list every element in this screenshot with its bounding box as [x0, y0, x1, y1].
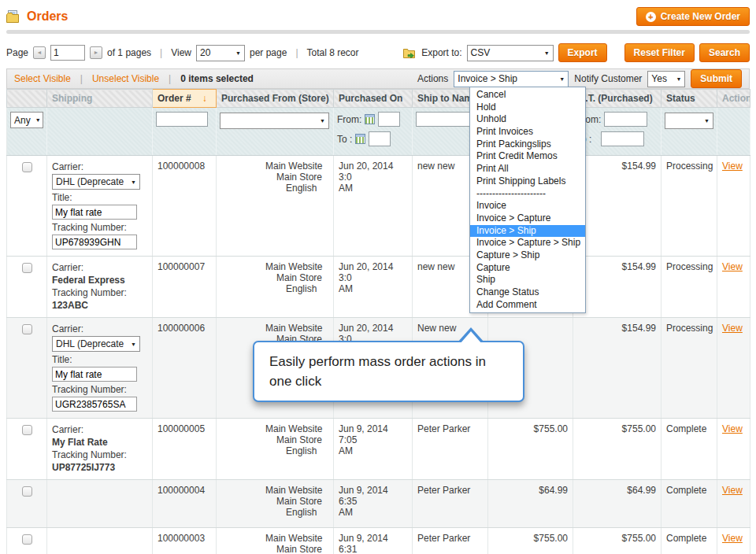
massaction-controls: Actions Invoice > Ship ▼ Notify Customer… — [417, 69, 742, 88]
dropdown-item[interactable]: Invoice > Capture > Ship — [470, 237, 585, 249]
amount-from-input[interactable] — [604, 112, 647, 127]
action-filter-cell — [717, 108, 750, 156]
shipping-cell: Carrier:Federal ExpressTracking Number:1… — [47, 257, 153, 318]
search-button[interactable]: Search — [699, 43, 750, 62]
notify-customer-select[interactable]: Yes ▼ — [647, 71, 685, 87]
row-checkbox[interactable] — [22, 162, 32, 172]
dropdown-item[interactable]: Print Credit Memos — [470, 150, 585, 163]
header-status[interactable]: Status — [662, 90, 717, 108]
header-purchased-on[interactable]: Purchased On — [334, 90, 413, 108]
purchased-on-cell: Jun 9, 2014 6:35 AM — [334, 480, 413, 528]
header-purchased-from[interactable]: Purchased From (Store) — [217, 90, 334, 108]
tracking-number-input[interactable] — [52, 397, 137, 412]
calendar-icon[interactable] — [355, 134, 365, 144]
title-input[interactable] — [52, 205, 137, 220]
title-label: Title: — [52, 192, 147, 203]
carrier-select[interactable]: DHL (Deprecate▼ — [52, 174, 140, 190]
status-filter-select[interactable]: ▼ — [665, 113, 713, 129]
actions-select[interactable]: Invoice > Ship ▼ — [454, 71, 569, 87]
export-button[interactable]: Export — [558, 43, 607, 62]
action-cell: View — [717, 156, 750, 257]
header-checkbox-column — [7, 90, 47, 108]
dropdown-item[interactable]: Cancel — [470, 89, 585, 102]
row-checkbox[interactable] — [22, 263, 32, 273]
view-link[interactable]: View — [722, 161, 743, 172]
previous-page-button[interactable]: ◄ — [33, 46, 46, 59]
export-format-select[interactable]: CSV ▼ — [467, 45, 554, 61]
order-number-cell: 100000005 — [153, 419, 217, 480]
dropdown-item[interactable]: Add Comment — [470, 299, 585, 312]
dropdown-item[interactable]: Print Shipping Labels — [470, 175, 585, 188]
purchased-on-cell: Jun 20, 2014 3:0 AM — [334, 257, 413, 318]
date-to-input[interactable] — [369, 131, 391, 146]
create-new-order-button[interactable]: + Create New Order — [636, 7, 750, 26]
gt-purchased-cell: $154.99 — [573, 156, 662, 257]
store-level-2: English — [221, 183, 328, 194]
view-link[interactable]: View — [722, 533, 743, 544]
shipping-cell: Carrier:My Flat RateTracking Number:UP87… — [47, 419, 153, 480]
purchased-from-filter-select[interactable]: ▼ — [220, 113, 329, 129]
select-visible-link[interactable]: Select Visible — [14, 73, 71, 84]
store-level-1: Main Store — [221, 172, 328, 183]
purchased-on-cell: Jun 9, 2014 7:05 AM — [334, 419, 413, 480]
dropdown-item[interactable]: Invoice > Capture — [470, 212, 585, 225]
calendar-icon[interactable] — [365, 114, 375, 124]
chevron-down-icon: ▼ — [235, 50, 241, 56]
page-number-input[interactable] — [50, 45, 85, 61]
carrier-label: Carrier: — [52, 262, 147, 273]
view-link[interactable]: View — [722, 261, 743, 272]
amount-to-input[interactable] — [601, 131, 644, 146]
dropdown-item[interactable]: Invoice — [470, 200, 585, 212]
unselect-visible-link[interactable]: Unselect Visible — [92, 73, 159, 84]
dropdown-item[interactable]: Unhold — [470, 113, 585, 126]
dropdown-item[interactable]: Change Status — [470, 286, 585, 299]
plus-icon: + — [646, 12, 656, 22]
reset-filter-button[interactable]: Reset Filter — [624, 43, 695, 62]
dropdown-item[interactable]: Ship — [470, 274, 585, 286]
dropdown-item[interactable]: Hold — [470, 102, 585, 114]
view-link[interactable]: View — [722, 485, 743, 496]
per-page-select[interactable]: 20 ▼ — [196, 45, 245, 61]
view-link[interactable]: View — [722, 423, 743, 434]
carrier-select[interactable]: DHL (Deprecate▼ — [52, 336, 140, 352]
shipping-cell: Carrier:DHL (Deprecate▼Title:Tracking Nu… — [47, 318, 153, 419]
dropdown-separator[interactable]: ---------------------- — [470, 188, 585, 201]
header-gt-purchased[interactable]: G.T. (Purchased) — [573, 90, 662, 108]
next-page-button[interactable]: ► — [90, 46, 102, 59]
store-level-0: Main Website — [221, 261, 328, 272]
per-page-label: per page — [250, 47, 287, 58]
row-checkbox[interactable] — [22, 534, 32, 545]
row-checkbox-cell — [7, 257, 47, 318]
gt-purchased-cell: $755.00 — [573, 528, 662, 554]
purchased-from-filter-cell: ▼ — [217, 108, 334, 156]
dropdown-item[interactable]: Capture — [470, 262, 585, 275]
dropdown-item[interactable]: Print All — [470, 163, 585, 175]
export-controls: Export to: CSV ▼ Export Reset Filter Sea… — [403, 43, 750, 62]
store-level-2: English — [221, 445, 328, 456]
tracking-number-value: UP87725IJ773 — [52, 462, 147, 473]
page-header: Orders + Create New Order — [6, 6, 750, 27]
tooltip-text: Easily perform mass order actions in one… — [269, 354, 486, 389]
order-row: 100000003Main WebsiteMain StoreEnglishJu… — [7, 528, 750, 554]
dropdown-item[interactable]: Print Invoices — [470, 126, 585, 138]
row-checkbox[interactable] — [22, 425, 32, 435]
chevron-down-icon: ▼ — [559, 76, 565, 82]
dropdown-item[interactable]: Invoice > Ship — [470, 225, 585, 238]
date-from-input[interactable] — [378, 112, 400, 127]
order-number-filter-input[interactable] — [156, 112, 208, 127]
massaction-filter-select[interactable]: Any ▼ — [10, 112, 43, 128]
dropdown-item[interactable]: Capture > Ship — [470, 249, 585, 262]
row-checkbox[interactable] — [22, 486, 32, 497]
gt-base-cell: $755.00 — [488, 528, 573, 554]
tracking-number-input[interactable] — [52, 235, 137, 249]
header-divider — [6, 30, 750, 34]
view-label: View — [171, 47, 191, 58]
submit-button[interactable]: Submit — [691, 69, 742, 88]
store-level-0: Main Website — [221, 485, 328, 496]
view-link[interactable]: View — [722, 323, 743, 334]
title-input[interactable] — [52, 367, 137, 382]
header-order-number[interactable]: Order #↓ — [153, 90, 217, 108]
dropdown-item[interactable]: Print Packingslips — [470, 138, 585, 151]
actions-select-value: Invoice > Ship — [458, 73, 517, 84]
row-checkbox[interactable] — [22, 324, 32, 334]
